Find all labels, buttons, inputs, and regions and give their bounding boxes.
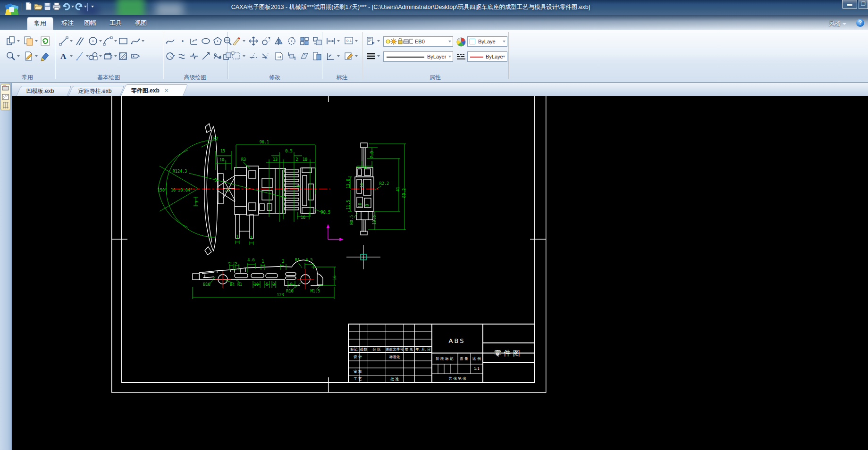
drawing-canvas[interactable]: ABS 零件图 标记 处数 分 区 更改文件号 签 名 年. 月. 日 设 计 … (12, 96, 868, 450)
tool-icon[interactable] (326, 36, 336, 46)
tool-icon[interactable] (312, 51, 322, 61)
chevron-down-icon[interactable] (17, 40, 20, 42)
tool-icon[interactable] (118, 36, 128, 46)
tool-icon[interactable] (261, 36, 271, 46)
chevron-down-icon[interactable] (355, 55, 358, 57)
tab-biaozhu[interactable]: 标注 (55, 17, 80, 30)
chevron-down-icon[interactable] (70, 55, 73, 57)
redo-dropdown[interactable] (84, 6, 87, 8)
tool-icon[interactable] (299, 51, 310, 61)
tool-icon[interactable] (103, 36, 113, 46)
tool-icon[interactable] (248, 36, 259, 46)
chevron-down-icon[interactable] (99, 55, 102, 57)
color-wheel-icon[interactable] (456, 37, 466, 47)
tool-icon[interactable] (212, 51, 223, 61)
tool-icon[interactable] (165, 36, 176, 46)
tool-icon[interactable] (201, 36, 211, 46)
svg-text:4.5: 4.5 (305, 258, 312, 262)
tool-icon[interactable] (248, 51, 259, 61)
open-file-icon[interactable] (34, 2, 42, 12)
tool-icon[interactable] (299, 36, 310, 46)
tab-changyong[interactable]: 常用 (27, 17, 53, 30)
tool-icon[interactable] (274, 51, 284, 61)
save-icon[interactable] (43, 2, 51, 12)
tool-icon[interactable] (130, 51, 141, 61)
tool-icon[interactable] (40, 36, 51, 46)
chevron-down-icon[interactable] (70, 40, 73, 42)
help-icon[interactable]: ? (856, 19, 864, 27)
tool-icon[interactable] (274, 36, 284, 46)
tool-icon[interactable] (201, 51, 211, 61)
tool-icon[interactable] (88, 36, 98, 46)
minimize-button[interactable]: ▬ (842, 0, 857, 9)
tool-icon[interactable] (103, 51, 113, 61)
chevron-down-icon[interactable] (243, 40, 245, 42)
chevron-down-icon[interactable] (142, 40, 144, 42)
chevron-down-icon[interactable] (355, 40, 358, 42)
close-tab-icon[interactable]: ✕ (164, 85, 169, 96)
tool-icon[interactable] (287, 51, 297, 61)
maximize-button[interactable]: ❐ (859, 0, 868, 9)
tool-icon[interactable] (75, 36, 85, 46)
tool-icon[interactable] (6, 51, 16, 61)
chevron-down-icon[interactable] (243, 55, 245, 57)
chevron-down-icon[interactable] (35, 55, 38, 57)
tool-icon[interactable] (344, 51, 354, 61)
linetype-manager-icon[interactable] (456, 52, 466, 62)
tab-shitu[interactable]: 视图 (128, 17, 153, 30)
chevron-down-icon[interactable] (377, 40, 380, 42)
undo-dropdown[interactable] (71, 6, 74, 8)
svg-text:7.0: 7.0 (370, 151, 374, 158)
tool-icon[interactable] (261, 51, 271, 61)
tool-icon[interactable] (189, 51, 199, 61)
tool-icon[interactable] (118, 51, 128, 61)
tool-icon[interactable]: A (59, 51, 69, 61)
tool-icon[interactable] (165, 51, 176, 61)
chevron-down-icon[interactable] (35, 40, 38, 42)
dim-style-combo[interactable]: ByLaye (467, 51, 507, 62)
tool-icon[interactable] (231, 51, 242, 61)
redo-icon[interactable] (75, 2, 84, 12)
tool-icon[interactable] (75, 51, 85, 61)
doc-tab-aomuban[interactable]: 凹模板.exb (16, 86, 72, 96)
tool-icon[interactable] (6, 36, 16, 46)
undo-icon[interactable] (62, 2, 71, 12)
chevron-down-icon[interactable] (114, 40, 117, 42)
linetype-combo[interactable]: ByLayer (383, 51, 453, 62)
chevron-down-icon[interactable] (17, 55, 20, 57)
style-menu-button[interactable]: 风格 (829, 20, 846, 28)
tool-icon[interactable] (366, 36, 376, 46)
tool-icon[interactable] (40, 51, 51, 61)
tool-icon[interactable] (312, 36, 322, 46)
doc-tab-dingju[interactable]: 定距导柱.exb (68, 86, 125, 96)
tool-icon[interactable] (326, 51, 336, 61)
tool-icon[interactable] (231, 36, 242, 46)
chevron-down-icon[interactable] (99, 40, 102, 42)
tool-icon[interactable] (212, 36, 223, 46)
tool-icon[interactable] (177, 36, 188, 46)
tool-icon[interactable] (189, 36, 199, 46)
svg-text:16 ±0.04°: 16 ±0.04° (171, 188, 193, 192)
chevron-down-icon[interactable] (114, 55, 117, 57)
tool-icon[interactable]: 0.1 (344, 36, 354, 46)
tool-icon[interactable] (177, 51, 188, 61)
tab-gongju[interactable]: 工具 (103, 17, 128, 30)
chevron-down-icon[interactable] (337, 55, 340, 57)
tool-icon[interactable] (287, 36, 297, 46)
tool-icon[interactable] (24, 36, 34, 46)
tool-icon[interactable] (130, 36, 141, 46)
tab-tufu[interactable]: 图幅 (77, 17, 103, 30)
print-icon[interactable] (52, 2, 61, 12)
layer-combo[interactable]: EB0 (383, 36, 453, 47)
chevron-down-icon[interactable] (377, 55, 380, 57)
tool-icon[interactable] (24, 51, 34, 61)
chevron-down-icon[interactable] (337, 40, 340, 42)
qat-customize-dropdown[interactable] (91, 6, 94, 8)
new-file-icon[interactable] (25, 2, 33, 12)
color-combo[interactable]: ByLaye (467, 36, 507, 47)
tool-icon[interactable] (366, 51, 376, 61)
doc-tab-lingjiantu[interactable]: 零件图.exb✕ (120, 84, 188, 96)
group-label-common: 常用 (0, 74, 55, 81)
tool-icon[interactable] (88, 51, 98, 61)
tool-icon[interactable] (59, 36, 69, 46)
